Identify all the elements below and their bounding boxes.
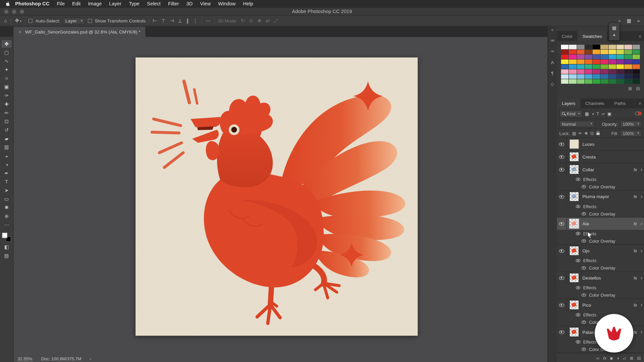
filter-adjustment-layers-icon[interactable]: ◑ — [591, 111, 594, 116]
swatch[interactable] — [585, 74, 592, 79]
color-overlay-row[interactable]: Color Overlay — [557, 291, 644, 298]
swatch[interactable] — [577, 45, 584, 49]
visibility-toggle[interactable] — [557, 245, 567, 257]
3d-roll-icon[interactable]: ⊙ — [248, 18, 254, 23]
swatch[interactable] — [625, 64, 632, 69]
layer-row[interactable]: Picofx∧ — [557, 299, 644, 311]
swatch[interactable] — [577, 55, 584, 59]
collapse-chevron-icon[interactable]: » — [636, 18, 641, 23]
crop-tool[interactable]: ⌗ — [2, 75, 11, 82]
swatch[interactable] — [601, 60, 608, 64]
effects-eye-icon[interactable] — [576, 286, 580, 289]
swatch[interactable] — [625, 74, 632, 79]
visibility-toggle[interactable] — [557, 326, 567, 338]
swatch[interactable] — [616, 74, 624, 79]
tab-paths[interactable]: Paths — [609, 99, 631, 108]
layer-row[interactable]: Alafx∧ — [557, 218, 644, 230]
swatch[interactable] — [601, 69, 608, 74]
color-overlay-eye-icon[interactable] — [582, 320, 586, 324]
layer-thumbnail[interactable] — [569, 300, 579, 310]
swatch[interactable] — [632, 50, 640, 54]
menu-help[interactable]: Help — [239, 0, 257, 8]
fx-badge[interactable]: fx — [634, 302, 637, 307]
layer-row[interactable]: Cresta — [557, 150, 644, 163]
swatch[interactable] — [616, 55, 624, 59]
swatch[interactable] — [616, 64, 624, 69]
swatch[interactable] — [569, 79, 576, 83]
swatch[interactable] — [561, 45, 569, 49]
paragraph-panel-icon[interactable]: ¶ — [551, 71, 553, 76]
lock-transparency-icon[interactable]: ▨ — [572, 131, 576, 135]
swatch[interactable] — [569, 45, 576, 49]
edit-toolbar-icon[interactable]: ⋯ — [4, 222, 9, 228]
filter-shape-layers-icon[interactable]: ▱ — [602, 111, 605, 116]
filter-type-layers-icon[interactable]: T — [596, 111, 599, 116]
swatch[interactable] — [577, 64, 584, 69]
3d-rotate-icon[interactable]: ↻ — [240, 18, 246, 23]
color-overlay-row[interactable]: Color Overlay — [557, 264, 644, 272]
lock-artboard-icon[interactable]: ⊡ — [590, 131, 594, 135]
canvas-area[interactable]: 32.55% Doc: 100.8M/375.7M › — [13, 37, 547, 362]
swatch[interactable] — [632, 55, 640, 59]
opacity-dropdown[interactable]: 100% ▾ — [620, 120, 642, 127]
swatch[interactable] — [593, 45, 600, 49]
collapse-fx-icon[interactable]: ∧ — [640, 249, 643, 253]
filter-smart-objects-icon[interactable]: ▣ — [607, 111, 611, 116]
effects-eye-icon[interactable] — [576, 232, 580, 235]
effects-row[interactable]: Effects — [557, 284, 644, 291]
more-options-icon[interactable]: ⋯ — [205, 18, 212, 23]
swatch[interactable] — [616, 45, 624, 49]
menu-type[interactable]: Type — [125, 0, 143, 8]
pen-tool[interactable]: ✒ — [2, 170, 11, 177]
path-selection-tool[interactable]: ➤ — [2, 187, 11, 194]
collapse-fx-icon[interactable]: ∧ — [640, 330, 643, 334]
tab-layers[interactable]: Layers — [557, 99, 580, 108]
status-options-chevron[interactable]: › — [90, 356, 91, 361]
swatch[interactable] — [625, 79, 632, 83]
blur-tool[interactable]: ◒ — [2, 152, 11, 160]
fx-badge[interactable]: fx — [634, 221, 637, 226]
filter-pixel-layers-icon[interactable]: ▦ — [585, 111, 589, 116]
visibility-toggle[interactable] — [557, 163, 567, 176]
marquee-tool[interactable]: ▢ — [2, 49, 11, 56]
layer-row[interactable]: Ojofx∧ — [557, 245, 644, 257]
swatch[interactable] — [561, 69, 569, 74]
visibility-toggle[interactable] — [557, 138, 567, 150]
delete-layer-icon[interactable]: ⊟ — [637, 355, 641, 360]
visibility-toggle[interactable] — [557, 272, 567, 284]
collapse-fx-icon[interactable]: ∧ — [640, 303, 643, 307]
menu-photoshop-cc[interactable]: Photoshop CC — [11, 0, 53, 8]
swatch[interactable] — [585, 55, 592, 59]
layer-thumbnail[interactable] — [569, 219, 579, 229]
swatch[interactable] — [632, 79, 640, 83]
history-brush-tool[interactable]: ↺ — [2, 126, 11, 134]
swatch[interactable] — [608, 45, 616, 49]
swatch[interactable] — [593, 69, 600, 74]
swatch[interactable] — [608, 79, 616, 83]
effects-row[interactable]: Effects — [557, 176, 644, 183]
swatch[interactable] — [632, 69, 640, 74]
swatch[interactable] — [632, 64, 640, 69]
minimize-window-button[interactable] — [12, 9, 16, 14]
3d-drag-icon[interactable]: ✥ — [257, 18, 262, 23]
spot-healing-brush-tool[interactable]: ✚ — [2, 101, 11, 108]
swatch[interactable] — [616, 50, 624, 54]
menu-filter[interactable]: Filter — [164, 0, 183, 8]
swatch[interactable] — [625, 55, 632, 59]
effects-row[interactable]: Effects — [557, 257, 644, 264]
swatch[interactable] — [569, 50, 576, 54]
swatch[interactable] — [561, 50, 569, 54]
color-overlay-eye-icon[interactable] — [582, 185, 586, 188]
effects-eye-icon[interactable] — [576, 313, 580, 316]
properties-panel-icon[interactable]: ≔ — [550, 38, 554, 43]
zoom-window-button[interactable] — [20, 9, 24, 14]
effects-eye-icon[interactable] — [576, 205, 580, 208]
swatch[interactable] — [632, 60, 640, 64]
swatch[interactable] — [593, 55, 600, 59]
swatch[interactable] — [585, 45, 592, 49]
menu-layer[interactable]: Layer — [105, 0, 125, 8]
layer-thumbnail[interactable] — [569, 192, 579, 201]
swatch[interactable] — [577, 74, 584, 79]
swatch[interactable] — [601, 79, 608, 83]
collapse-fx-icon[interactable]: ∧ — [640, 195, 643, 198]
